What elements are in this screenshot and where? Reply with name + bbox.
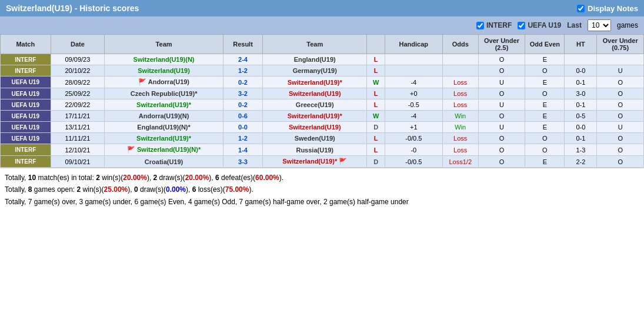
over-under075-cell: U (597, 122, 644, 133)
date-cell: 13/11/21 (51, 122, 105, 133)
table-row: INTERF 09/10/21 Croatia(U19) 3-3 Switzer… (1, 156, 644, 168)
wdl-cell: L (367, 65, 385, 76)
team1-cell: Croatia(U19) (105, 156, 223, 168)
interf-checkbox[interactable] (476, 22, 484, 29)
date-cell: 25/09/22 (51, 88, 105, 99)
match-cell: UEFA U19 (1, 111, 51, 122)
team2-cell: Switzerland(U19) (263, 88, 367, 99)
team2-cell: Switzerland(U19)* (263, 76, 367, 88)
odds-cell (442, 65, 478, 76)
ht-cell: 0-1 (565, 133, 597, 144)
odds-cell (442, 54, 478, 65)
col-over-under075: Over Under (0.75) (597, 35, 644, 54)
over-under-cell: O (478, 65, 525, 76)
team1-cell: 🚩 Switzerland(U19)(N)* (105, 144, 223, 156)
match-cell: INTERF (1, 65, 51, 76)
col-team1: Team (105, 35, 223, 54)
col-over-under: Over Under (2.5) (478, 35, 525, 54)
uefa-label: UEFA U19 (528, 21, 561, 29)
match-cell: INTERF (1, 54, 51, 65)
over-under075-cell (597, 54, 644, 65)
wdl-cell: L (367, 88, 385, 99)
table-row: INTERF 12/10/21 🚩 Switzerland(U19)(N)* 1… (1, 144, 644, 156)
display-notes-checkbox[interactable] (577, 5, 585, 12)
date-cell: 22/09/22 (51, 99, 105, 111)
table-row: UEFA U19 28/09/22 🚩 Andorra(U19) 0-2 Swi… (1, 76, 644, 88)
over-under075-cell: U (597, 65, 644, 76)
odds-cell: Loss (442, 99, 478, 111)
col-wdl (367, 35, 385, 54)
table-row: UEFA U19 13/11/21 England(U19)(N)* 0-0 S… (1, 122, 644, 133)
uefa-filter[interactable]: UEFA U19 (518, 21, 561, 29)
over-under-cell: U (478, 99, 525, 111)
filter-bar: INTERF UEFA U19 Last 10 20 30 games (0, 16, 644, 34)
wdl-cell: D (367, 156, 385, 168)
over-under-cell: O (478, 54, 525, 65)
games-label: games (617, 21, 638, 29)
odd-even-cell: O (525, 88, 565, 99)
team1-cell: Switzerland(U19)* (105, 133, 223, 144)
ht-cell: 0-5 (565, 111, 597, 122)
table-row: UEFA U19 11/11/21 Switzerland(U19)* 1-2 … (1, 133, 644, 144)
handicap-cell: -0/0.5 (385, 133, 442, 144)
wdl-cell: L (367, 99, 385, 111)
result-cell: 0-0 (223, 122, 262, 133)
over-under075-cell: O (597, 76, 644, 88)
handicap-cell: +1 (385, 122, 442, 133)
handicap-cell: -0 (385, 144, 442, 156)
odds-cell: Loss1/2 (442, 156, 478, 168)
games-select[interactable]: 10 20 30 (588, 19, 611, 31)
odd-even-cell: E (525, 76, 565, 88)
match-cell: UEFA U19 (1, 133, 51, 144)
over-under075-cell: O (597, 133, 644, 144)
uefa-checkbox[interactable] (518, 22, 525, 29)
over-under-cell: U (478, 122, 525, 133)
table-row: INTERF 20/10/22 Switzerland(U19) 1-2 Ger… (1, 65, 644, 76)
odd-even-cell: E (525, 54, 565, 65)
matches-table: Match Date Team Result Team Handicap Odd… (0, 34, 644, 168)
match-cell: UEFA U19 (1, 76, 51, 88)
handicap-cell: -0/0.5 (385, 156, 442, 168)
col-ht: HT (565, 35, 597, 54)
result-cell: 0-2 (223, 99, 262, 111)
ht-cell: 1-3 (565, 144, 597, 156)
handicap-cell (385, 65, 442, 76)
team2-cell: Switzerland(U19)* (263, 111, 367, 122)
date-cell: 28/09/22 (51, 76, 105, 88)
match-cell: UEFA U19 (1, 88, 51, 99)
team1-cell: Switzerland(U19)* (105, 99, 223, 111)
wdl-cell: W (367, 111, 385, 122)
date-cell: 20/10/22 (51, 65, 105, 76)
team1-cell: Czech Republic(U19)* (105, 88, 223, 99)
ht-cell (565, 54, 597, 65)
col-odd-even: Odd Even (525, 35, 565, 54)
result-cell: 3-2 (223, 88, 262, 99)
handicap-cell (385, 54, 442, 65)
display-notes-control[interactable]: Display Notes (577, 4, 638, 13)
summary-line1: Totally, 10 match(es) in total: 2 win(s)… (5, 172, 639, 184)
interf-filter[interactable]: INTERF (476, 21, 512, 29)
team1-cell: 🚩 Andorra(U19) (105, 76, 223, 88)
result-cell: 0-2 (223, 76, 262, 88)
odd-even-cell: E (525, 111, 565, 122)
col-odds: Odds (442, 35, 478, 54)
result-cell: 1-2 (223, 65, 262, 76)
team2-cell: England(U19) (263, 54, 367, 65)
handicap-cell: -0.5 (385, 99, 442, 111)
over-under075-cell: O (597, 144, 644, 156)
ht-cell: 0-0 (565, 122, 597, 133)
date-cell: 12/10/21 (51, 144, 105, 156)
over-under075-cell: O (597, 111, 644, 122)
display-notes-label: Display Notes (588, 4, 638, 13)
ht-cell: 3-0 (565, 88, 597, 99)
ht-cell: 0-1 (565, 76, 597, 88)
team2-cell: Switzerland(U19) (263, 122, 367, 133)
odd-even-cell: O (525, 65, 565, 76)
match-cell: UEFA U19 (1, 99, 51, 111)
ht-cell: 0-1 (565, 99, 597, 111)
wdl-cell: L (367, 133, 385, 144)
odd-even-cell: E (525, 99, 565, 111)
col-date: Date (51, 35, 105, 54)
team2-cell: Sweden(U19) (263, 133, 367, 144)
ht-cell: 2-2 (565, 156, 597, 168)
